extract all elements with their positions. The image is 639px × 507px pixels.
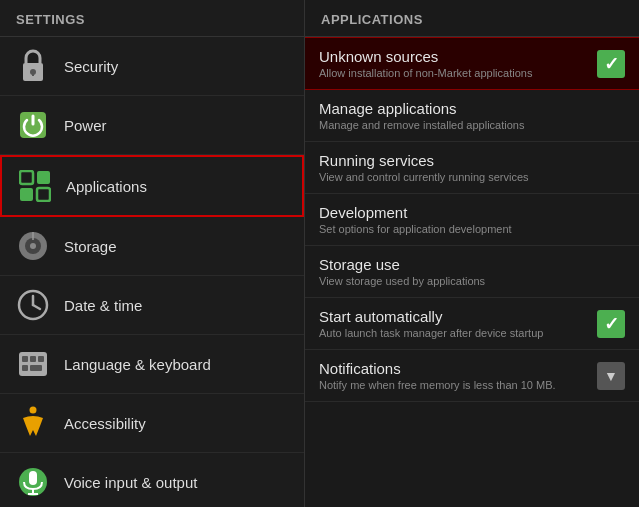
settings-title: Settings	[16, 12, 85, 27]
lock-icon	[14, 47, 52, 85]
checkbox-checked-green[interactable]	[597, 50, 625, 78]
sidebar-item-label-voice: Voice input & output	[64, 474, 197, 491]
sidebar-item-language[interactable]: Language & keyboard	[0, 335, 304, 394]
accessibility-icon	[14, 404, 52, 442]
left-panel: Settings Security Power	[0, 0, 305, 507]
app-item-text-unknown-sources: Unknown sources Allow installation of no…	[319, 48, 589, 79]
sidebar-item-applications[interactable]: Applications	[0, 155, 304, 217]
app-item-text-manage-applications: Manage applications Manage and remove in…	[319, 100, 625, 131]
svg-point-10	[30, 243, 36, 249]
svg-rect-15	[19, 352, 47, 376]
svg-rect-2	[32, 72, 34, 76]
app-item-development[interactable]: Development Set options for application …	[305, 194, 639, 246]
svg-rect-19	[22, 365, 28, 371]
notifications-dropdown[interactable]	[597, 362, 625, 390]
svg-line-14	[33, 305, 40, 309]
chevron-down-icon[interactable]	[597, 362, 625, 390]
svg-rect-5	[37, 171, 50, 184]
sidebar-item-label-datetime: Date & time	[64, 297, 142, 314]
app-item-title-start-automatically: Start automatically	[319, 308, 589, 325]
svg-rect-20	[30, 365, 42, 371]
sidebar-item-label-power: Power	[64, 117, 107, 134]
app-item-title-manage-applications: Manage applications	[319, 100, 625, 117]
app-item-subtitle-storage-use: View storage used by applications	[319, 275, 625, 287]
sidebar-item-voice[interactable]: Voice input & output	[0, 453, 304, 507]
app-item-start-automatically[interactable]: Start automatically Auto launch task man…	[305, 298, 639, 350]
app-item-unknown-sources[interactable]: Unknown sources Allow installation of no…	[305, 37, 639, 90]
svg-rect-7	[37, 188, 50, 201]
sidebar-item-datetime[interactable]: Date & time	[0, 276, 304, 335]
language-icon	[14, 345, 52, 383]
svg-point-21	[30, 407, 37, 414]
app-item-subtitle-unknown-sources: Allow installation of non-Market applica…	[319, 67, 589, 79]
app-item-notifications[interactable]: Notifications Notify me when free memory…	[305, 350, 639, 402]
app-item-subtitle-running-services: View and control currently running servi…	[319, 171, 625, 183]
apps-icon	[16, 167, 54, 205]
svg-rect-17	[30, 356, 36, 362]
sidebar-item-power[interactable]: Power	[0, 96, 304, 155]
left-panel-header: Settings	[0, 0, 304, 37]
right-panel: Applications Unknown sources Allow insta…	[305, 0, 639, 507]
app-item-manage-applications[interactable]: Manage applications Manage and remove in…	[305, 90, 639, 142]
sidebar-item-accessibility[interactable]: Accessibility	[0, 394, 304, 453]
sidebar-item-label-applications: Applications	[66, 178, 147, 195]
storage-icon	[14, 227, 52, 265]
app-item-title-unknown-sources: Unknown sources	[319, 48, 589, 65]
svg-rect-6	[20, 188, 33, 201]
applications-title: Applications	[321, 12, 423, 27]
app-item-text-development: Development Set options for application …	[319, 204, 625, 235]
sidebar-item-storage[interactable]: Storage	[0, 217, 304, 276]
power-icon	[14, 106, 52, 144]
svg-rect-23	[29, 471, 37, 485]
app-item-title-development: Development	[319, 204, 625, 221]
app-item-title-running-services: Running services	[319, 152, 625, 169]
app-item-storage-use[interactable]: Storage use View storage used by applica…	[305, 246, 639, 298]
right-panel-header: Applications	[305, 0, 639, 37]
app-item-subtitle-start-automatically: Auto launch task manager after device st…	[319, 327, 589, 339]
clock-icon	[14, 286, 52, 324]
app-item-running-services[interactable]: Running services View and control curren…	[305, 142, 639, 194]
sidebar-item-security[interactable]: Security	[0, 37, 304, 96]
voice-icon	[14, 463, 52, 501]
app-item-subtitle-manage-applications: Manage and remove installed applications	[319, 119, 625, 131]
app-item-text-start-automatically: Start automatically Auto launch task man…	[319, 308, 589, 339]
app-item-text-running-services: Running services View and control curren…	[319, 152, 625, 183]
sidebar-item-label-storage: Storage	[64, 238, 117, 255]
app-item-subtitle-notifications: Notify me when free memory is less than …	[319, 379, 589, 391]
sidebar-item-label-language: Language & keyboard	[64, 356, 211, 373]
app-item-text-storage-use: Storage use View storage used by applica…	[319, 256, 625, 287]
start-automatically-checkbox[interactable]	[597, 310, 625, 338]
app-item-subtitle-development: Set options for application development	[319, 223, 625, 235]
svg-rect-4	[20, 171, 33, 184]
app-item-title-notifications: Notifications	[319, 360, 589, 377]
unknown-sources-checkbox[interactable]	[597, 50, 625, 78]
sidebar-item-label-security: Security	[64, 58, 118, 75]
app-item-text-notifications: Notifications Notify me when free memory…	[319, 360, 589, 391]
svg-rect-18	[38, 356, 44, 362]
sidebar-item-label-accessibility: Accessibility	[64, 415, 146, 432]
app-item-title-storage-use: Storage use	[319, 256, 625, 273]
svg-rect-16	[22, 356, 28, 362]
checkbox-start-auto-checked[interactable]	[597, 310, 625, 338]
